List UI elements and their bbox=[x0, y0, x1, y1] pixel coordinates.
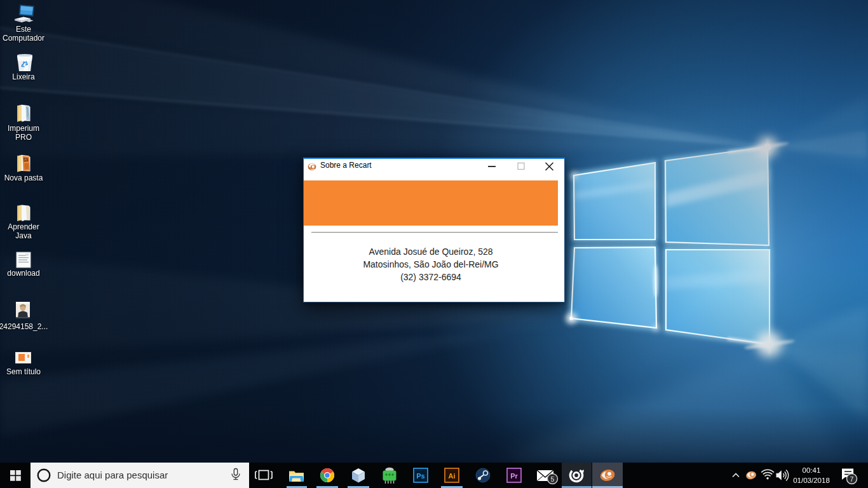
svg-text:5: 5 bbox=[551, 475, 555, 483]
svg-text:Pr: Pr bbox=[510, 472, 518, 480]
svg-text:7: 7 bbox=[850, 475, 854, 483]
svg-text:Digite aqui para pesquisar: Digite aqui para pesquisar bbox=[57, 470, 168, 480]
svg-text:Ai: Ai bbox=[449, 472, 456, 480]
svg-text:Ps: Ps bbox=[416, 472, 424, 480]
svg-text:Ai: Ai bbox=[24, 158, 27, 161]
svg-text:01/03/2018: 01/03/2018 bbox=[793, 477, 830, 484]
svg-text:00:41: 00:41 bbox=[803, 466, 821, 474]
